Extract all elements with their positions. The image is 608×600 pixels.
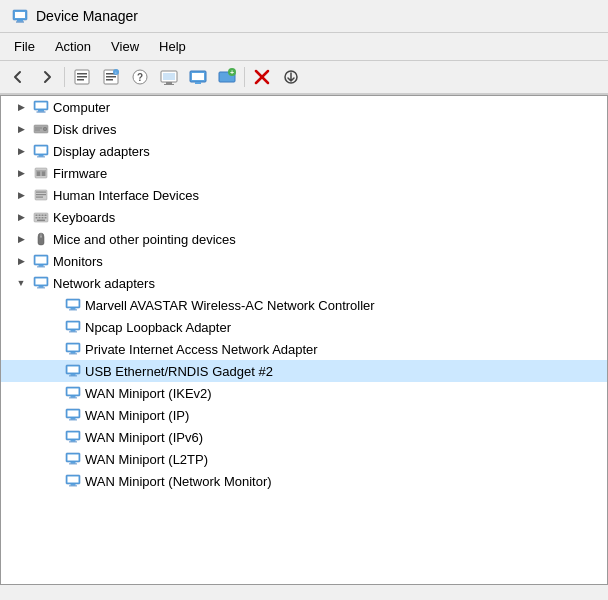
svg-rect-81 <box>71 352 76 354</box>
tree-item-display-adapters[interactable]: ▶ Display adapters <box>1 140 607 162</box>
svg-rect-73 <box>71 308 76 310</box>
tree-item-pia-label: Private Internet Access Network Adapter <box>85 342 318 357</box>
tree-item-network-label: Network adapters <box>53 276 155 291</box>
svg-rect-77 <box>71 330 76 332</box>
uninstall-button[interactable] <box>155 64 183 90</box>
tree-item-npcap[interactable]: ▶ Npcap Loopback Adapter <box>1 316 607 338</box>
menu-bar: File Action View Help <box>0 33 608 61</box>
tree-item-private-internet[interactable]: ▶ Private Internet Access Network Adapte… <box>1 338 607 360</box>
tree-item-wan-monitor-label: WAN Miniport (Network Monitor) <box>85 474 272 489</box>
svg-rect-65 <box>39 265 44 267</box>
svg-rect-76 <box>68 323 79 329</box>
tree-item-npcap-label: Npcap Loopback Adapter <box>85 320 231 335</box>
svg-rect-36 <box>35 128 42 129</box>
svg-text:+: + <box>230 69 234 76</box>
toolbar-separator-2 <box>244 67 245 87</box>
svg-rect-64 <box>36 257 47 264</box>
action-menu[interactable]: Action <box>45 35 101 58</box>
svg-rect-72 <box>68 301 79 307</box>
tree-item-disk-drives[interactable]: ▶ Disk drives <box>1 118 607 140</box>
device-tree[interactable]: ▶ Computer ▶ Disk drives ▶ <box>0 95 608 585</box>
tree-item-hid-label: Human Interface Devices <box>53 188 199 203</box>
tree-item-network-adapters[interactable]: ▼ Network adapters <box>1 272 607 294</box>
network-parent-icon <box>33 275 49 291</box>
tree-item-keyboards[interactable]: ▶ Keyboards <box>1 206 607 228</box>
svg-rect-104 <box>68 477 79 483</box>
svg-rect-86 <box>69 376 77 377</box>
svg-rect-11 <box>106 79 113 81</box>
tree-item-computer[interactable]: ▶ Computer <box>1 96 607 118</box>
tree-item-wan-monitor[interactable]: ▶ WAN Miniport (Network Monitor) <box>1 470 607 492</box>
tree-item-computer-label: Computer <box>53 100 110 115</box>
expand-icon-mice: ▶ <box>13 231 29 247</box>
tree-item-wan-ip[interactable]: ▶ WAN Miniport (IP) <box>1 404 607 426</box>
svg-rect-39 <box>36 147 47 154</box>
tree-item-wan-l2tp[interactable]: ▶ WAN Miniport (L2TP) <box>1 448 607 470</box>
update-button[interactable] <box>277 64 305 90</box>
svg-rect-41 <box>37 157 45 158</box>
svg-rect-94 <box>69 420 77 421</box>
expand-icon-hid: ▶ <box>13 187 29 203</box>
remove-button[interactable] <box>248 64 276 90</box>
computer-icon <box>33 99 49 115</box>
view-menu[interactable]: View <box>101 35 149 58</box>
back-button[interactable] <box>4 64 32 90</box>
update-driver-button[interactable]: i <box>97 64 125 90</box>
svg-rect-48 <box>36 192 46 193</box>
expand-icon-display: ▶ <box>13 143 29 159</box>
help-button[interactable]: ? <box>126 64 154 90</box>
tree-item-mice[interactable]: ▶ Mice and other pointing devices <box>1 228 607 250</box>
svg-rect-17 <box>163 73 175 80</box>
wan-monitor-icon <box>65 473 81 489</box>
file-menu[interactable]: File <box>4 35 45 58</box>
properties-button[interactable] <box>68 64 96 90</box>
expand-icon-monitors: ▶ <box>13 253 29 269</box>
tree-item-wan-ipv6[interactable]: ▶ WAN Miniport (IPv6) <box>1 426 607 448</box>
tree-item-usb-ethernet[interactable]: ▶ USB Ethernet/RNDIS Gadget #2 <box>1 360 607 382</box>
app-title: Device Manager <box>36 8 138 24</box>
help-menu[interactable]: Help <box>149 35 196 58</box>
svg-point-35 <box>44 128 46 130</box>
svg-text:?: ? <box>137 72 143 83</box>
usb-ethernet-icon <box>65 363 81 379</box>
forward-button[interactable] <box>33 64 61 90</box>
svg-rect-80 <box>68 345 79 351</box>
scan-changes-button[interactable] <box>184 64 212 90</box>
svg-rect-66 <box>37 267 45 268</box>
svg-rect-6 <box>77 76 87 78</box>
tree-item-monitors[interactable]: ▶ Monitors <box>1 250 607 272</box>
svg-rect-106 <box>69 486 77 487</box>
svg-rect-55 <box>45 215 47 217</box>
svg-rect-98 <box>69 442 77 443</box>
svg-rect-102 <box>69 464 77 465</box>
tree-item-monitors-label: Monitors <box>53 254 103 269</box>
svg-text:i: i <box>116 70 117 75</box>
add-legacy-button[interactable]: + <box>213 64 241 90</box>
svg-rect-45 <box>37 170 41 172</box>
svg-rect-46 <box>42 170 46 172</box>
svg-rect-10 <box>106 76 116 78</box>
expand-icon-network: ▼ <box>13 275 29 291</box>
svg-rect-30 <box>36 103 47 109</box>
firmware-icon <box>33 165 49 181</box>
wan-ikev2-icon <box>65 385 81 401</box>
tree-item-marvell[interactable]: ▶ Marvell AVASTAR Wireless-AC Network Co… <box>1 294 607 316</box>
svg-rect-97 <box>71 440 76 442</box>
svg-rect-40 <box>39 155 44 157</box>
svg-rect-57 <box>39 217 41 219</box>
svg-rect-105 <box>71 484 76 486</box>
tree-item-wan-ikev2[interactable]: ▶ WAN Miniport (IKEv2) <box>1 382 607 404</box>
svg-rect-21 <box>192 73 204 80</box>
expand-icon-keyboards: ▶ <box>13 209 29 225</box>
svg-rect-31 <box>38 110 44 112</box>
svg-rect-54 <box>42 215 44 217</box>
svg-rect-53 <box>39 215 41 217</box>
svg-rect-84 <box>68 367 79 373</box>
tree-item-wan-ikev2-label: WAN Miniport (IKEv2) <box>85 386 212 401</box>
tree-item-firmware[interactable]: ▶ Firmware <box>1 162 607 184</box>
display-icon <box>33 143 49 159</box>
svg-rect-59 <box>45 217 47 219</box>
svg-rect-93 <box>71 418 76 420</box>
tree-item-hid[interactable]: ▶ Human Interface Devices <box>1 184 607 206</box>
svg-rect-96 <box>68 433 79 439</box>
